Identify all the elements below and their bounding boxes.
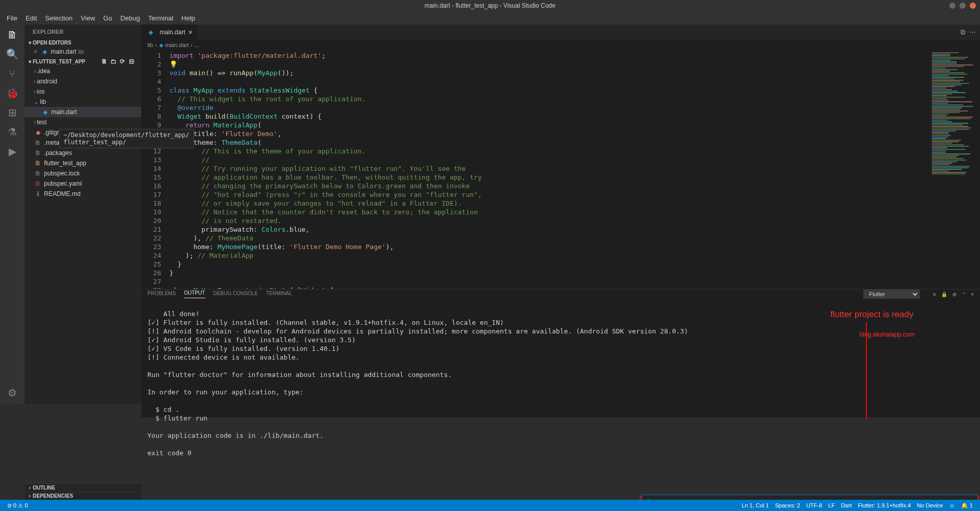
- settings-icon[interactable]: ⚙: [6, 387, 18, 399]
- flutter-icon[interactable]: ▶: [6, 145, 18, 158]
- activity-bar: 🗎 🔍 ⑂ 🐞 ⊞ ⚗ ▶ ⚙: [0, 25, 25, 404]
- chevron-down-icon: ▾: [27, 59, 33, 64]
- title-bar: main.dart - flutter_test_app - Visual St…: [0, 0, 980, 11]
- tree-file[interactable]: ℹREADME.md: [25, 189, 141, 199]
- tree-folder[interactable]: ⌄ lib: [25, 97, 141, 107]
- new-file-icon[interactable]: 🗎: [101, 58, 108, 65]
- extensions-icon[interactable]: ⊞: [6, 106, 18, 119]
- status-device[interactable]: No Device: [914, 502, 946, 509]
- tree-file[interactable]: 🗎.packages: [25, 148, 141, 158]
- status-encoding[interactable]: UTF-8: [803, 502, 825, 509]
- menu-go[interactable]: Go: [99, 14, 116, 22]
- window-title: main.dart - flutter_test_app - Visual St…: [425, 2, 556, 9]
- sidebar-title: Explorer: [25, 25, 141, 39]
- status-right: Ln 1, Col 1 Spaces: 2 UTF-8 LF Dart Flut…: [738, 502, 976, 509]
- project-header[interactable]: ▾ flutter_test_app 🗎 🗀 ⟳ ⊟: [25, 57, 141, 66]
- menu-file[interactable]: File: [3, 14, 21, 22]
- chevron-down-icon: ▾: [27, 40, 33, 46]
- bottom-panel: Problems Output Debug Console Terminal F…: [141, 289, 980, 417]
- annotation-url: blog.akshatapp.com: [860, 330, 914, 339]
- sidebar-bottom-sections: › Outline › Dependencies: [25, 483, 141, 500]
- editor-tabs: ◈ main.dart × ⧉ ⋯: [141, 25, 980, 40]
- sidebar: Explorer ▾ Open Editors × ◈ main.dart li…: [25, 25, 141, 404]
- panel-tab-debug-console[interactable]: Debug Console: [213, 291, 258, 298]
- refresh-icon[interactable]: ⟳: [120, 58, 127, 65]
- file-icon: 🗎: [34, 149, 42, 157]
- new-folder-icon[interactable]: 🗀: [111, 58, 118, 65]
- editor-tab-actions: ⧉ ⋯: [961, 28, 980, 36]
- status-language[interactable]: Dart: [838, 502, 855, 509]
- menu-edit[interactable]: Edit: [21, 14, 41, 22]
- explorer-icon[interactable]: 🗎: [6, 29, 18, 41]
- tree-file[interactable]: 🗎pubspec.yaml: [25, 179, 141, 189]
- tree-file[interactable]: ◈main.dart: [25, 107, 141, 117]
- outline-header[interactable]: › Outline: [25, 483, 141, 492]
- panel-tabs: Problems Output Debug Console Terminal F…: [141, 290, 980, 299]
- menu-view[interactable]: View: [77, 14, 99, 22]
- menu-bar: File Edit Selection View Go Debug Termin…: [0, 11, 980, 25]
- output-channel-selector[interactable]: Flutter: [863, 290, 920, 299]
- maximize-button[interactable]: [960, 3, 966, 9]
- yaml-file-icon: 🗎: [34, 180, 42, 188]
- tree-folder[interactable]: › .idea: [25, 66, 141, 76]
- collapse-icon[interactable]: ⊟: [129, 58, 136, 65]
- source-control-icon[interactable]: ⑂: [6, 68, 18, 80]
- window-controls: [949, 3, 976, 9]
- project-toolbar: 🗎 🗀 ⟳ ⊟: [101, 58, 139, 65]
- menu-debug[interactable]: Debug: [116, 14, 144, 22]
- editor-tab[interactable]: ◈ main.dart ×: [141, 25, 198, 40]
- file-icon: 🗎: [34, 139, 42, 147]
- chevron-right-icon: ›: [27, 493, 33, 499]
- breadcrumbs[interactable]: lib › ◈ main.dart › ...: [141, 40, 980, 50]
- panel-tab-output[interactable]: Output: [184, 290, 205, 298]
- split-editor-icon[interactable]: ⧉: [961, 28, 965, 36]
- more-actions-icon[interactable]: ⋯: [969, 28, 976, 36]
- tree-folder[interactable]: › ios: [25, 86, 141, 97]
- status-feedback-icon[interactable]: ☺: [946, 502, 958, 509]
- dependencies-header[interactable]: › Dependencies: [25, 492, 141, 500]
- close-button[interactable]: [970, 3, 976, 9]
- iml-file-icon: 🗎: [34, 159, 42, 167]
- annotation-text: flutter project is ready: [830, 310, 913, 319]
- menu-terminal[interactable]: Terminal: [144, 14, 177, 22]
- path-tooltip: ~/Desktop/development/flutter_app/ flutt…: [59, 129, 194, 148]
- markdown-file-icon: ℹ: [34, 190, 42, 198]
- open-editor-item[interactable]: × ◈ main.dart lib: [25, 47, 141, 57]
- list-icon[interactable]: ≡: [933, 292, 936, 297]
- close-icon[interactable]: ×: [34, 48, 37, 55]
- menu-selection[interactable]: Selection: [41, 14, 76, 22]
- tree-file[interactable]: 🗎flutter_test_app: [25, 158, 141, 168]
- panel-actions: ≡ 🔒 ⊘ ⌃ ×: [933, 292, 974, 297]
- minimize-button[interactable]: [949, 3, 955, 9]
- dart-file-icon: ◈: [146, 28, 155, 36]
- status-indentation[interactable]: Spaces: 2: [772, 502, 803, 509]
- status-flutter[interactable]: Flutter: 1.9.1+hotfix.4: [855, 502, 914, 509]
- search-icon[interactable]: 🔍: [6, 48, 18, 60]
- panel-tab-terminal[interactable]: Terminal: [266, 291, 292, 298]
- file-icon: 🗎: [34, 169, 42, 177]
- tree-file[interactable]: 🗎pubspec.lock: [25, 168, 141, 179]
- close-panel-icon[interactable]: ×: [971, 292, 974, 297]
- status-problems[interactable]: ⊘ 0 ⚠ 0: [4, 502, 31, 509]
- status-bar: ⊘ 0 ⚠ 0 Ln 1, Col 1 Spaces: 2 UTF-8 LF D…: [0, 500, 980, 511]
- maximize-panel-icon[interactable]: ⌃: [962, 292, 966, 297]
- tree-folder[interactable]: › android: [25, 76, 141, 86]
- open-editors-header[interactable]: ▾ Open Editors: [25, 39, 141, 47]
- status-cursor[interactable]: Ln 1, Col 1: [738, 502, 772, 509]
- test-icon[interactable]: ⚗: [6, 126, 18, 138]
- close-icon[interactable]: ×: [188, 28, 192, 36]
- status-eol[interactable]: LF: [825, 502, 838, 509]
- tree-folder[interactable]: › test: [25, 117, 141, 127]
- annotation-box: [866, 322, 867, 419]
- git-icon: ◆: [34, 128, 42, 137]
- dart-file-icon: ◈: [41, 108, 49, 116]
- panel-tab-problems[interactable]: Problems: [147, 291, 176, 298]
- lock-icon[interactable]: 🔒: [941, 292, 947, 297]
- dart-file-icon: ◈: [40, 48, 49, 56]
- debug-icon[interactable]: 🐞: [6, 87, 18, 99]
- status-notifications-icon[interactable]: 🔔 1: [958, 502, 976, 509]
- clear-icon[interactable]: ⊘: [952, 292, 956, 297]
- output-content[interactable]: All done! [✓] Flutter is fully installed…: [141, 299, 980, 511]
- menu-help[interactable]: Help: [178, 14, 200, 22]
- chevron-right-icon: ›: [27, 485, 33, 491]
